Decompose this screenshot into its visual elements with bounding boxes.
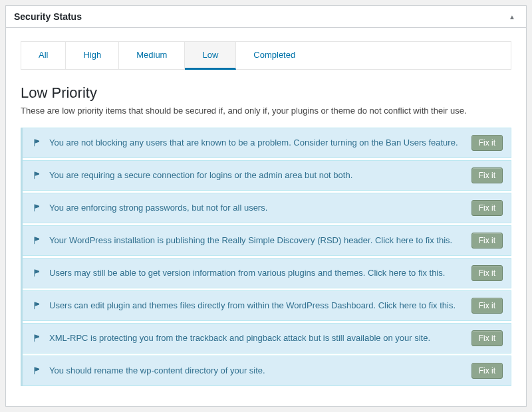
security-status-metabox: Security Status ▲ All High Medium Low Co… bbox=[5, 5, 527, 407]
issue-item: XML-RPC is protecting you from the track… bbox=[23, 323, 511, 354]
flag-icon bbox=[31, 170, 43, 181]
issue-text: You are not blocking any users that are … bbox=[49, 137, 465, 150]
issue-text: You are enforcing strong passwords, but … bbox=[49, 202, 465, 215]
issue-item: Your WordPress installation is publishin… bbox=[23, 225, 511, 256]
issue-list: You are not blocking any users that are … bbox=[21, 128, 511, 386]
issue-item: You should rename the wp-content directo… bbox=[23, 356, 511, 386]
tab-low[interactable]: Low bbox=[185, 42, 236, 70]
metabox-title: Security Status bbox=[14, 11, 82, 22]
metabox-body: All High Medium Low Completed Low Priori… bbox=[6, 28, 526, 402]
flag-icon bbox=[31, 268, 43, 278]
issue-text: Your WordPress installation is publishin… bbox=[49, 235, 465, 247]
issue-item: Users can edit plugin and themes files d… bbox=[23, 290, 511, 321]
fix-it-button[interactable]: Fix it bbox=[471, 298, 503, 314]
fix-it-button[interactable]: Fix it bbox=[471, 233, 503, 249]
fix-it-button[interactable]: Fix it bbox=[471, 330, 503, 346]
flag-icon bbox=[31, 203, 43, 213]
fix-it-button[interactable]: Fix it bbox=[471, 363, 503, 379]
tabs-nav: All High Medium Low Completed bbox=[21, 41, 511, 70]
section-description: These are low priority items that should… bbox=[21, 106, 511, 116]
flag-icon bbox=[31, 138, 43, 148]
tab-completed[interactable]: Completed bbox=[236, 42, 313, 69]
tab-medium[interactable]: Medium bbox=[119, 42, 185, 69]
fix-it-button[interactable]: Fix it bbox=[471, 135, 503, 151]
issue-text: Users can edit plugin and themes files d… bbox=[49, 300, 465, 312]
fix-it-button[interactable]: Fix it bbox=[471, 265, 503, 281]
fix-it-button[interactable]: Fix it bbox=[471, 200, 503, 216]
flag-icon bbox=[31, 365, 43, 376]
issue-item: Users may still be able to get version i… bbox=[23, 258, 511, 288]
tab-high[interactable]: High bbox=[66, 42, 119, 69]
issue-text: Users may still be able to get version i… bbox=[49, 267, 465, 280]
issue-item: You are not blocking any users that are … bbox=[23, 128, 511, 158]
issue-text: You should rename the wp-content directo… bbox=[49, 365, 465, 377]
issue-item: You are enforcing strong passwords, but … bbox=[23, 193, 511, 223]
issue-item: You are requiring a secure connection fo… bbox=[23, 160, 511, 191]
tab-all[interactable]: All bbox=[21, 42, 66, 69]
flag-icon bbox=[31, 300, 43, 311]
fix-it-button[interactable]: Fix it bbox=[471, 167, 503, 183]
issue-text: You are requiring a secure connection fo… bbox=[49, 169, 465, 182]
metabox-header: Security Status ▲ bbox=[6, 6, 526, 28]
flag-icon bbox=[31, 235, 43, 246]
collapse-toggle-icon[interactable]: ▲ bbox=[506, 13, 518, 21]
issue-text: XML-RPC is protecting you from the track… bbox=[49, 332, 465, 345]
section-title: Low Priority bbox=[21, 84, 511, 102]
flag-icon bbox=[31, 333, 43, 344]
